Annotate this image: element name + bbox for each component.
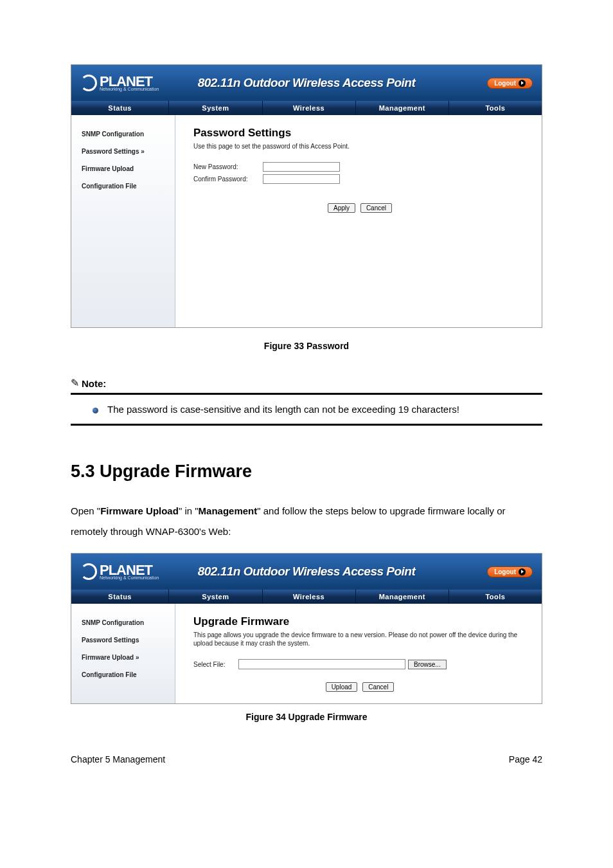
sidebar-item-config[interactable]: Configuration File xyxy=(71,666,175,683)
screenshot-upgrade: PLANET Networking & Communication 802.11… xyxy=(71,553,542,704)
note-header: ✎ Note: xyxy=(71,377,542,389)
section-paragraph: Open "Firmware Upload" in "Management" a… xyxy=(71,501,542,541)
logout-button[interactable]: Logout xyxy=(487,566,533,577)
label-confirm-password: Confirm Password: xyxy=(193,176,263,183)
screenshot-password: PLANET Networking & Communication 802.11… xyxy=(71,64,542,328)
content-pane: Upgrade Firmware This page allows you up… xyxy=(175,604,542,703)
logo-subtext: Networking & Communication xyxy=(100,575,159,580)
page-title: Upgrade Firmware xyxy=(193,615,526,628)
page-footer: Chapter 5 Management Page 42 xyxy=(71,754,542,764)
nav-management[interactable]: Management xyxy=(356,590,449,604)
nav-status[interactable]: Status xyxy=(71,590,169,604)
label-new-password: New Password: xyxy=(193,163,263,170)
nav-tools[interactable]: Tools xyxy=(449,590,542,604)
sidebar-item-firmware[interactable]: Firmware Upload xyxy=(71,649,175,666)
apply-button[interactable]: Apply xyxy=(328,203,355,213)
sidebar-item-snmp[interactable]: SNMP Configuration xyxy=(71,125,175,143)
page-title: Password Settings xyxy=(193,127,526,140)
banner-title: 802.11n Outdoor Wireless Access Point xyxy=(198,565,416,579)
sidebar-item-password[interactable]: Password Settings xyxy=(71,143,175,160)
upload-button[interactable]: Upload xyxy=(326,682,358,692)
sidebar: SNMP Configuration Password Settings Fir… xyxy=(71,115,175,327)
nav-system[interactable]: System xyxy=(169,101,262,115)
banner-title: 802.11n Outdoor Wireless Access Point xyxy=(198,76,416,90)
input-confirm-password[interactable] xyxy=(263,174,340,184)
app-body: SNMP Configuration Password Settings Fir… xyxy=(71,115,542,327)
main-nav: Status System Wireless Management Tools xyxy=(71,590,542,604)
footer-right: Page 42 xyxy=(509,754,542,764)
logout-label: Logout xyxy=(494,80,516,87)
row-confirm-password: Confirm Password: xyxy=(193,174,526,184)
row-new-password: New Password: xyxy=(193,162,526,172)
cancel-button[interactable]: Cancel xyxy=(360,203,392,213)
label-select-file: Select File: xyxy=(193,661,238,668)
nav-tools[interactable]: Tools xyxy=(449,101,542,115)
nav-status[interactable]: Status xyxy=(71,101,169,115)
sidebar-item-firmware[interactable]: Firmware Upload xyxy=(71,160,175,177)
logout-label: Logout xyxy=(494,568,516,575)
nav-wireless[interactable]: Wireless xyxy=(263,590,356,604)
page-description: Use this page to set the password of thi… xyxy=(193,142,526,150)
input-new-password[interactable] xyxy=(263,162,340,172)
page-description: This page allows you upgrade the device … xyxy=(193,631,526,647)
brand-logo: PLANET Networking & Communication xyxy=(80,75,159,91)
button-row: Upload Cancel xyxy=(193,681,526,692)
note-bullet-row: The password is case-sensitive and its l… xyxy=(93,404,535,415)
cancel-button[interactable]: Cancel xyxy=(362,682,394,692)
main-nav: Status System Wireless Management Tools xyxy=(71,101,542,115)
bullet-icon xyxy=(93,408,98,413)
button-row: Apply Cancel xyxy=(193,202,526,213)
sidebar-item-snmp[interactable]: SNMP Configuration xyxy=(71,614,175,631)
sidebar-item-config[interactable]: Configuration File xyxy=(71,177,175,195)
note-label: Note: xyxy=(82,378,106,389)
logo-subtext: Networking & Communication xyxy=(100,87,159,91)
play-icon xyxy=(519,80,526,87)
input-file-path[interactable] xyxy=(238,659,405,669)
sidebar-item-password[interactable]: Password Settings xyxy=(71,631,175,649)
pencil-icon: ✎ xyxy=(71,377,79,389)
logo-icon xyxy=(80,75,97,91)
nav-management[interactable]: Management xyxy=(356,101,449,115)
app-body: SNMP Configuration Password Settings Fir… xyxy=(71,604,542,703)
logout-button[interactable]: Logout xyxy=(487,78,533,89)
logo-icon xyxy=(80,563,97,580)
app-header: PLANET Networking & Communication 802.11… xyxy=(71,65,542,101)
row-select-file: Select File: Browse... xyxy=(193,659,526,669)
note-text: The password is case-sensitive and its l… xyxy=(107,404,459,415)
app-header: PLANET Networking & Communication 802.11… xyxy=(71,554,542,590)
nav-system[interactable]: System xyxy=(169,590,262,604)
figure-caption-33: Figure 33 Password xyxy=(71,341,542,351)
brand-logo: PLANET Networking & Communication xyxy=(80,563,159,580)
play-icon xyxy=(519,568,526,575)
section-heading: 5.3 Upgrade Firmware xyxy=(71,462,542,482)
browse-button[interactable]: Browse... xyxy=(408,660,447,669)
sidebar: SNMP Configuration Password Settings Fir… xyxy=(71,604,175,703)
content-pane: Password Settings Use this page to set t… xyxy=(175,115,542,327)
footer-left: Chapter 5 Management xyxy=(71,754,165,764)
figure-caption-34: Figure 34 Upgrade Firmware xyxy=(71,712,542,722)
nav-wireless[interactable]: Wireless xyxy=(263,101,356,115)
note-box: The password is case-sensitive and its l… xyxy=(71,393,542,426)
